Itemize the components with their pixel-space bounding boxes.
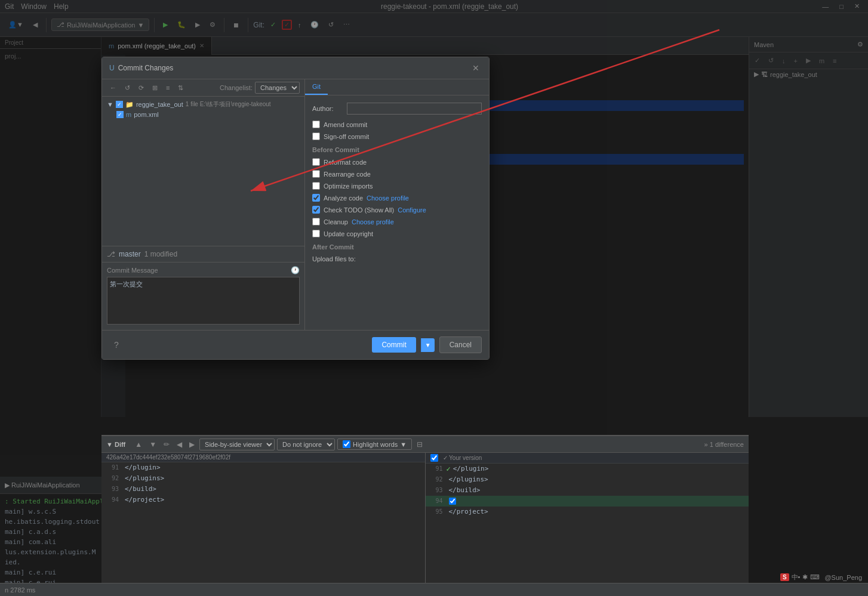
file-label: pom.xml (134, 111, 159, 118)
diff-nav-down-btn[interactable]: ▼ (147, 439, 159, 450)
file-tree-root[interactable]: ▼ 📁 reggie_take_out 1 file E:\练手项目\reggi… (102, 99, 304, 110)
file-tree-item[interactable]: m pom.xml (102, 110, 304, 119)
diff-line-checkbox[interactable] (449, 498, 456, 505)
diff-edit-btn[interactable]: ✏ (161, 439, 172, 450)
amend-commit-checkbox[interactable] (312, 121, 320, 128)
diff-nav-up-btn[interactable]: ▲ (133, 439, 144, 450)
diff-line: 93 </build> (426, 485, 749, 496)
diff-linenum-check (447, 498, 458, 505)
root-checkbox[interactable] (116, 101, 123, 108)
right-content: Author: Amend commit Sign-off commit Bef… (305, 95, 489, 330)
dlg-refresh-btn[interactable]: ⟳ (136, 82, 147, 94)
dlg-list-btn[interactable]: ≡ (163, 82, 173, 93)
cleanup-checkbox[interactable] (312, 218, 320, 226)
diff-text: </build> (447, 485, 483, 496)
help-btn[interactable]: ? (109, 338, 124, 352)
signoff-checkbox[interactable] (312, 132, 320, 140)
diff-linenum: 92 (426, 474, 447, 485)
author-label: Author: (312, 105, 342, 112)
highlight-checkbox[interactable] (343, 440, 350, 448)
analyze-checkbox[interactable] (312, 194, 320, 202)
copyright-label: Update copyright (324, 230, 373, 237)
optimize-checkbox[interactable] (312, 182, 320, 190)
analyze-label: Analyze code (324, 194, 363, 202)
dialog-icon: U (109, 64, 115, 72)
file-checkbox[interactable] (116, 111, 124, 118)
copyright-checkbox[interactable] (312, 230, 320, 237)
dialog-header: U Commit Changes ✕ (102, 57, 489, 79)
diff-layout-btn[interactable]: ⊟ (414, 439, 425, 450)
diff-text: </plugins> (122, 473, 167, 484)
changelist-select[interactable]: Changes (255, 82, 300, 94)
analyze-profile-link[interactable]: Choose profile (367, 194, 409, 202)
reformat-checkbox[interactable] (312, 158, 320, 166)
cleanup-row: Cleanup Choose profile (312, 218, 482, 226)
commit-message-input[interactable]: 第一次提交 (107, 277, 300, 325)
viewer-select[interactable]: Side-by-side viewer (199, 438, 275, 450)
optimize-row: Optimize imports (312, 182, 482, 190)
diff-prev-btn[interactable]: ◀ (174, 439, 184, 450)
commit-msg-label: Commit Message (107, 267, 158, 274)
signoff-row: Sign-off commit (312, 132, 482, 140)
commit-dropdown-btn[interactable]: ▼ (421, 338, 435, 352)
file-tree: ▼ 📁 reggie_take_out 1 file E:\练手项目\reggi… (102, 97, 304, 246)
diff-left-pane: 426a42e17dc444ef232e58074f2719680ef2f02f… (101, 453, 426, 596)
before-commit-header: Before Commit (312, 146, 482, 153)
diff-line: 92 </plugins> (101, 473, 425, 484)
dlg-group-btn[interactable]: ⊞ (149, 82, 161, 94)
cleanup-profile-link[interactable]: Choose profile (352, 218, 394, 226)
commit-btn[interactable]: Commit (372, 337, 415, 353)
diff-line: 95 </project> (426, 507, 749, 517)
check-todo-configure-link[interactable]: Configure (398, 206, 426, 214)
csdn-mic-icon: ✱ (802, 573, 808, 581)
diff-linenum: 93 (101, 484, 122, 495)
diff-indicator: ✓ (447, 464, 451, 474)
right-header-checkbox[interactable] (430, 454, 438, 462)
diff-linenum: 92 (101, 473, 122, 484)
diff-left-code: 91 </plugin> 92 </plugins> 93 </build> 9… (101, 462, 425, 505)
tab-git[interactable]: Git (305, 79, 328, 95)
diff-next-btn[interactable]: ▶ (187, 439, 197, 450)
diff-line: 91 ✓ </plugin> (426, 464, 749, 474)
root-label: reggie_take_out (136, 101, 183, 108)
expand-icon: ▼ (107, 101, 113, 108)
run-time: n 2782 ms (5, 586, 35, 594)
dlg-sort-btn[interactable]: ⇅ (175, 82, 186, 94)
diff-text: </plugin> (451, 464, 491, 474)
amend-commit-label: Amend commit (324, 121, 367, 128)
dlg-undo-btn[interactable]: ↺ (122, 82, 133, 94)
root-suffix: 1 file E:\练手项目\reggie-takeout (186, 100, 271, 109)
author-input[interactable] (347, 103, 482, 115)
dialog-toolbar: ← ↺ ⟳ ⊞ ≡ ⇅ Changelist: Changes (102, 79, 304, 97)
csdn-logo: S (780, 573, 789, 581)
diff-linenum: 94 (426, 496, 447, 507)
diff-left-header: 426a42e17dc444ef232e58074f2719680ef2f02f (101, 453, 425, 462)
csdn-watermark: S 中• ✱ ⌨ @Sun_Peng (780, 573, 862, 582)
commit-msg-clock-icon[interactable]: 🕐 (291, 266, 300, 274)
ignore-select[interactable]: Do not ignore (277, 438, 335, 450)
diff-text: </plugin> (122, 462, 163, 473)
cancel-btn[interactable]: Cancel (439, 336, 482, 353)
reformat-row: Reformat code (312, 158, 482, 166)
diff-linenum: 93 (426, 485, 447, 496)
dialog-title-row: U Commit Changes (109, 64, 173, 72)
dialog-left-pane: ← ↺ ⟳ ⊞ ≡ ⇅ Changelist: Changes ▼ 📁 regg… (102, 79, 305, 330)
dialog-right-pane: Git Author: Amend commit Sign-off commit (305, 79, 489, 330)
diff-text: </plugins> (447, 474, 491, 485)
diff-linenum: 94 (101, 495, 122, 505)
csdn-text: 中• (792, 573, 801, 582)
highlight-label: Highlight words (353, 441, 398, 448)
diff-panel: ▼ Diff ▲ ▼ ✏ ◀ ▶ Side-by-side viewer Do … (101, 435, 749, 596)
amend-commit-row: Amend commit (312, 121, 482, 128)
dialog-title-text: Commit Changes (118, 64, 174, 72)
dlg-back-btn[interactable]: ← (107, 82, 119, 93)
csdn-keyboard-icon: ⌨ (810, 573, 820, 581)
author-row: Author: (312, 103, 482, 115)
dialog-body: ← ↺ ⟳ ⊞ ≡ ⇅ Changelist: Changes ▼ 📁 regg… (102, 79, 489, 330)
diff-line-added: 94 (426, 496, 749, 507)
check-todo-checkbox[interactable] (312, 206, 320, 214)
rearrange-label: Rearrange code (324, 171, 371, 178)
dialog-close-btn[interactable]: ✕ (470, 62, 482, 74)
rearrange-checkbox[interactable] (312, 170, 320, 178)
highlight-words-btn[interactable]: Highlight words ▼ (337, 438, 412, 450)
